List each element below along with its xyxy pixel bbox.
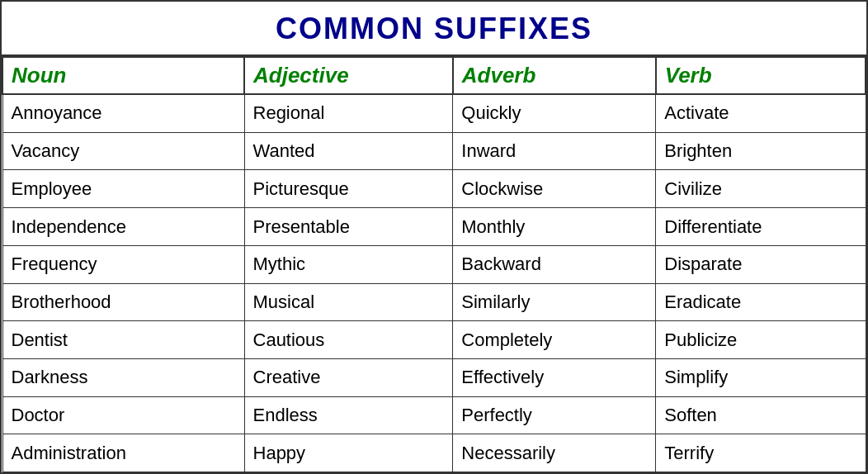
table-row: VacancyWantedInwardBrighten	[2, 132, 866, 170]
table-cell: Necessarily	[453, 434, 656, 472]
main-container: COMMON SUFFIXES Noun Adjective Adverb Ve…	[0, 0, 868, 474]
table-cell: Completely	[453, 321, 656, 359]
table-cell: Dentist	[2, 321, 244, 359]
table-cell: Simplify	[656, 358, 866, 396]
table-row: IndependencePresentableMonthlyDifferenti…	[2, 208, 866, 246]
table-row: FrequencyMythicBackwardDisparate	[2, 245, 866, 283]
suffixes-table: Noun Adjective Adverb Verb AnnoyanceRegi…	[2, 56, 866, 472]
table-cell: Civilize	[656, 170, 866, 208]
table-cell: Picturesque	[244, 170, 453, 208]
table-cell: Perfectly	[453, 396, 656, 434]
table-cell: Monthly	[453, 208, 656, 246]
table-cell: Terrify	[656, 434, 866, 472]
table-cell: Vacancy	[2, 132, 244, 170]
table-cell: Effectively	[453, 358, 656, 396]
table-cell: Quickly	[453, 94, 656, 132]
table-row: AnnoyanceRegionalQuicklyActivate	[2, 94, 866, 132]
table-cell: Wanted	[244, 132, 453, 170]
table-row: DarknessCreativeEffectivelySimplify	[2, 358, 866, 396]
table-cell: Brotherhood	[2, 283, 244, 321]
table-cell: Musical	[244, 283, 453, 321]
table-row: EmployeePicturesqueClockwiseCivilize	[2, 170, 866, 208]
table-row: DoctorEndlessPerfectlySoften	[2, 396, 866, 434]
table-cell: Mythic	[244, 245, 453, 283]
table-cell: Backward	[453, 245, 656, 283]
table-cell: Doctor	[2, 396, 244, 434]
table-cell: Inward	[453, 132, 656, 170]
table-cell: Creative	[244, 358, 453, 396]
col-header-adjective: Adjective	[244, 57, 453, 94]
table-cell: Frequency	[2, 245, 244, 283]
table-cell: Differentiate	[656, 208, 866, 246]
table-row: BrotherhoodMusicalSimilarlyEradicate	[2, 283, 866, 321]
table-cell: Publicize	[656, 321, 866, 359]
table-body: AnnoyanceRegionalQuicklyActivateVacancyW…	[2, 94, 866, 472]
table-cell: Disparate	[656, 245, 866, 283]
table-cell: Annoyance	[2, 94, 244, 132]
table-cell: Activate	[656, 94, 866, 132]
table-cell: Similarly	[453, 283, 656, 321]
table-cell: Independence	[2, 208, 244, 246]
table-cell: Soften	[656, 396, 866, 434]
table-cell: Eradicate	[656, 283, 866, 321]
table-cell: Administration	[2, 434, 244, 472]
col-header-verb: Verb	[656, 57, 866, 94]
table-cell: Regional	[244, 94, 453, 132]
page-title: COMMON SUFFIXES	[276, 12, 592, 45]
table-cell: Cautious	[244, 321, 453, 359]
table-cell: Employee	[2, 170, 244, 208]
col-header-noun: Noun	[2, 57, 244, 94]
table-cell: Clockwise	[453, 170, 656, 208]
table-cell: Brighten	[656, 132, 866, 170]
table-row: DentistCautiousCompletelyPublicize	[2, 321, 866, 359]
col-header-adverb: Adverb	[453, 57, 656, 94]
header-row: Noun Adjective Adverb Verb	[2, 57, 866, 94]
table-cell: Happy	[244, 434, 453, 472]
table-cell: Endless	[244, 396, 453, 434]
table-row: AdministrationHappyNecessarilyTerrify	[2, 434, 866, 472]
table-cell: Presentable	[244, 208, 453, 246]
table-cell: Darkness	[2, 358, 244, 396]
title-row: COMMON SUFFIXES	[2, 2, 866, 56]
